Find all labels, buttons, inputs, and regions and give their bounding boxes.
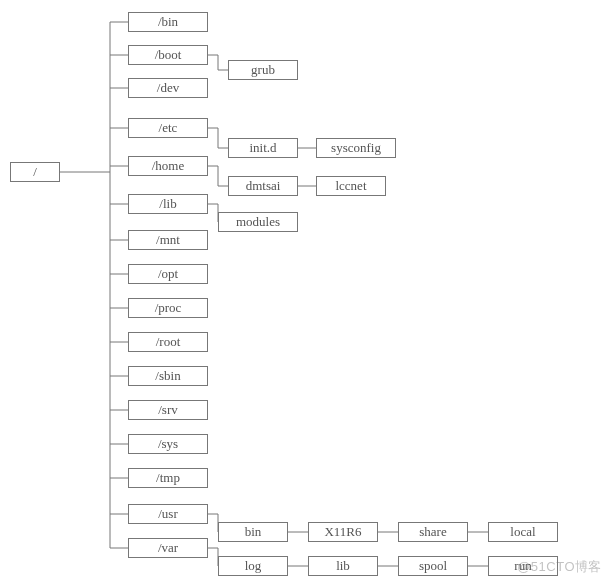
node-usr-bin: bin — [218, 522, 288, 542]
node-mnt: /mnt — [128, 230, 208, 250]
node-opt: /opt — [128, 264, 208, 284]
node-etc-sysconfig: sysconfig — [316, 138, 396, 158]
node-home: /home — [128, 156, 208, 176]
node-dev: /dev — [128, 78, 208, 98]
node-usr-x11r6: X11R6 — [308, 522, 378, 542]
node-var: /var — [128, 538, 208, 558]
node-proc: /proc — [128, 298, 208, 318]
node-home-dmtsai: dmtsai — [228, 176, 298, 196]
node-boot: /boot — [128, 45, 208, 65]
node-etc: /etc — [128, 118, 208, 138]
node-usr-share: share — [398, 522, 468, 542]
node-usr: /usr — [128, 504, 208, 524]
node-var-spool: spool — [398, 556, 468, 576]
node-home-lccnet: lccnet — [316, 176, 386, 196]
node-lib: /lib — [128, 194, 208, 214]
node-root: /root — [128, 332, 208, 352]
node-sys: /sys — [128, 434, 208, 454]
node-tmp: /tmp — [128, 468, 208, 488]
node-var-log: log — [218, 556, 288, 576]
node-root: / — [10, 162, 60, 182]
node-bin: /bin — [128, 12, 208, 32]
watermark: @51CTO博客 — [517, 558, 602, 576]
node-etc-initd: init.d — [228, 138, 298, 158]
tree-connectors — [0, 0, 606, 582]
node-srv: /srv — [128, 400, 208, 420]
node-sbin: /sbin — [128, 366, 208, 386]
node-lib-modules: modules — [218, 212, 298, 232]
node-boot-grub: grub — [228, 60, 298, 80]
node-var-lib: lib — [308, 556, 378, 576]
node-usr-local: local — [488, 522, 558, 542]
